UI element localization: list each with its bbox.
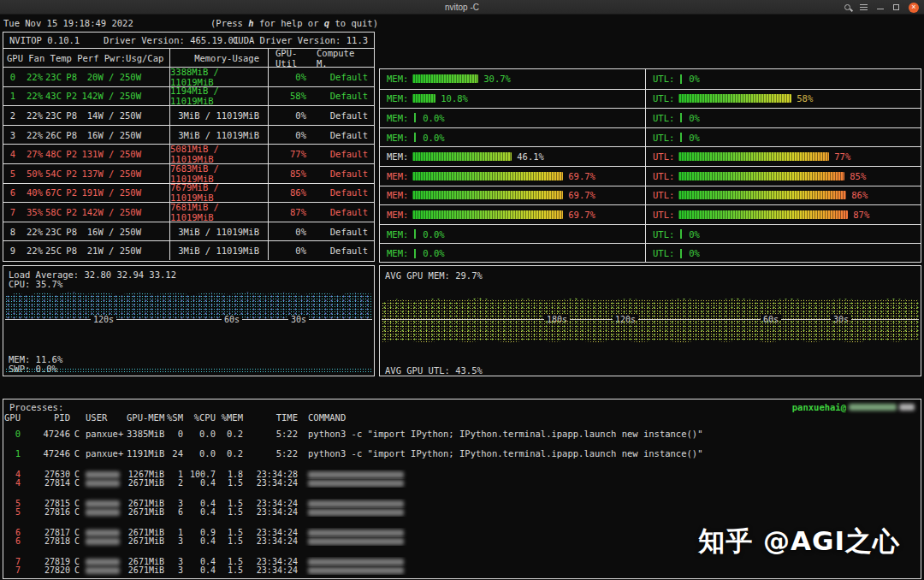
util-percent-value: 0% [689,113,700,123]
maximize-button[interactable] [893,4,899,10]
proc-type: C [70,448,84,459]
close-button[interactable]: × [909,3,919,13]
gpu-temp: 58C [43,207,62,217]
mem-percent-value: 0.0% [423,248,444,258]
mem-bar [412,152,512,161]
mem-percent-value: 0.0% [423,133,444,143]
gpu-power: 142W / 250W [77,91,169,101]
user-redacted [86,559,120,565]
proc-type: C [70,557,84,566]
util-percent-value: 0% [689,74,700,84]
gpu-perf: P8 [62,110,77,121]
cpu-history-graph [5,290,372,319]
proc-cpu: 0.0 [183,448,216,459]
proc-gpu-mem: 2671MiB [127,478,164,488]
mem-label: MEM: [387,113,408,123]
proc-user: panxue+ [84,429,127,439]
proc-pid: 27815 [26,499,70,508]
col-header-memory: Memory-Usage [169,49,269,67]
proc-pid: 27819 [26,557,70,566]
gpu-row: 8 22% 23C P8 16W / 250W 3MiB / 11019MiB … [3,222,374,241]
gpu-util: 87% [269,207,310,217]
user-redacted [86,509,120,516]
proc-sm: 3 [164,565,183,575]
gpu-power: 191W / 250W [77,187,169,198]
gpu-temp: 25C [43,246,62,256]
cpu-percent: CPU: 35.7% [9,279,62,289]
util-label: UTL: [653,248,674,258]
search-icon[interactable] [844,4,850,10]
command-redacted [308,538,404,545]
gpu-compute-mode: Default [310,72,374,82]
gpu-fan: 27% [15,149,43,159]
gpu-util: 0% [269,227,310,237]
mem-label: MEM: [387,210,408,220]
proc-sm: 3 [164,557,183,566]
proc-pid: 27820 [26,565,70,575]
proc-mem: 1.5 [216,499,243,508]
proc-command [298,478,921,488]
gpu-power: 142W / 250W [77,207,169,217]
time-tick: 120s [91,315,116,324]
mem-bar-empty [414,113,416,122]
gpu-util: 58% [269,91,310,101]
proc-gpu: 7 [3,565,26,575]
gpu-compute-mode: Default [310,227,374,237]
util-percent-value: 0% [689,229,700,240]
gpu-fan: 22% [15,110,43,121]
proc-cpu: 0.4 [183,557,216,566]
minimize-button[interactable] [877,9,884,10]
proc-mem: 1.8 [216,470,243,479]
util-label: UTL: [653,210,674,220]
gpu-memory: 7679MiB / 11019MiB [169,184,269,203]
proc-time: 23:34:28 [243,470,298,479]
command-redacted [308,500,404,507]
gpu-index: 0 [3,72,15,82]
mem-percent-value: 10.8% [441,93,468,104]
proc-user [84,557,127,566]
proc-mem: 0.2 [216,429,243,439]
gpu-meter-row: MEM:69.7% UTL:86% [380,186,921,205]
proc-gpu-mem: 3385MiB [127,429,164,439]
gpu-util: 86% [269,187,310,198]
util-bar-empty [680,113,682,122]
gpu-fan: 35% [15,207,43,217]
util-label: UTL: [653,151,674,162]
proc-gpu: 5 [3,507,26,517]
process-row: 4 27630 C 1267MiB 1 100.7 1.8 23:34:28 [3,470,921,479]
util-label: UTL: [653,171,674,181]
menu-icon[interactable] [860,4,868,10]
util-label: UTL: [653,74,674,84]
mem-bar [412,191,563,199]
gpu-meter-row: MEM:0.0% UTL:0% [380,224,921,244]
mem-label: MEM: [387,171,408,181]
mem-percent-value: 69.7% [568,210,595,220]
proc-user: panxue+ [84,448,127,459]
proc-gpu: 0 [3,429,26,439]
help-hint: (Press h for help or q to quit) [210,18,378,28]
proc-user [84,507,127,517]
gpu-row: 7 35% 58C P2 142W / 250W 7681MiB / 11019… [3,202,374,222]
proc-cpu: 0.4 [183,507,216,517]
gpu-temp: 23C [43,110,62,121]
gpu-meter-row: MEM:69.7% UTL:87% [380,204,921,224]
util-bar-empty [680,249,682,258]
gpu-power: 16W / 250W [77,227,169,237]
proc-cpu: 0.9 [183,528,216,537]
util-bar [678,94,791,103]
proc-mem: 1.5 [216,528,243,537]
nvitop-version: NVITOP 0.10.1 [9,35,80,45]
command-redacted [308,559,404,565]
gpu-index: 3 [3,130,15,140]
user-redacted [86,471,120,478]
gpu-temp: 26C [43,130,62,140]
gpu-row: 6 40% 67C P2 191W / 250W 7679MiB / 11019… [3,183,374,203]
command-redacted [308,509,404,516]
proc-type: C [70,429,84,439]
command-redacted [308,567,404,574]
nvitop-header: NVITOP 0.10.1 Driver Version: 465.19.01 … [3,33,374,49]
proc-sm: 1 [164,470,183,479]
avg-gpu-utl: AVG GPU UTL: 43.5% [385,365,483,376]
proc-sm: 3 [164,499,183,508]
util-percent-value: 0% [689,133,700,143]
